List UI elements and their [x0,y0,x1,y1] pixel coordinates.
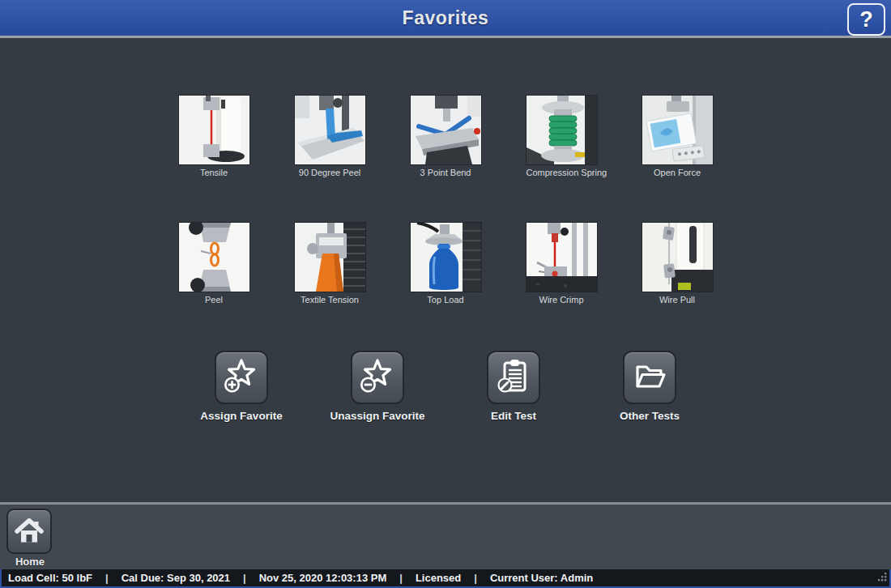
action-label: Unassign Favorite [317,410,438,422]
title-bar: Favorites ? [0,0,891,38]
action-label: Assign Favorite [181,410,302,422]
help-button[interactable]: ? [847,3,885,36]
favorite-label: Wire Pull [642,295,713,305]
90-degree-peel-thumbnail-icon [295,96,365,164]
action-assign-favorite: Assign Favorite [181,351,302,422]
favorite-90-degree-peel[interactable]: 90 Degree Peel [295,96,365,177]
star-plus-icon [224,358,259,397]
action-other-tests: Other Tests [589,351,710,422]
favorite-label: Textile Tension [295,295,365,305]
status-load-cell: Load Cell: 50 lbF [8,572,92,584]
favorites-row-2: Peel [0,223,891,305]
home-control: Home [6,509,53,568]
top-load-thumbnail-icon [411,223,481,292]
status-separator: | [474,572,477,584]
home-button[interactable] [6,509,52,554]
favorite-label: Open Force [642,168,713,177]
favorite-label: Wire Crimp [526,295,597,305]
action-label: Other Tests [589,410,710,422]
tensile-thumbnail-icon [179,96,249,164]
status-license: Licensed [416,572,461,584]
bottom-toolbar: Home [0,502,891,569]
favorite-label: Top Load [411,295,481,305]
app-window: Favorites ? [0,0,891,588]
favorite-label: Peel [179,295,249,305]
favorite-compression-spring[interactable]: Compression Spring [526,96,597,177]
star-minus-icon [360,358,395,397]
assign-favorite-button[interactable] [215,351,268,404]
favorite-open-force[interactable]: Open Force [642,96,713,177]
status-datetime: Nov 25, 2020 12:03:13 PM [259,572,387,584]
favorite-wire-pull[interactable]: Wire Pull [642,223,713,305]
favorite-3-point-bend[interactable]: 3 Point Bend [411,96,481,177]
action-label: Edit Test [453,410,574,422]
favorite-wire-crimp[interactable]: Wire Crimp [526,223,597,305]
question-mark-icon: ? [859,9,873,31]
clipboard-pencil-icon [496,358,531,397]
other-tests-button[interactable] [623,351,676,404]
peel-thumbnail-icon [179,223,249,292]
unassign-favorite-button[interactable] [351,351,404,404]
status-separator: | [243,572,246,584]
status-cal-due: Cal Due: Sep 30, 2021 [122,572,230,584]
favorites-row-1: Tensile 90 Degree Pe [0,96,891,177]
favorite-label: 3 Point Bend [411,168,481,177]
home-label: Home [6,556,53,568]
status-separator: | [399,572,403,584]
favorite-label: 90 Degree Peel [295,168,365,177]
status-current-user: Current User: Admin [490,572,593,584]
status-bar: Load Cell: 50 lbF | Cal Due: Sep 30, 202… [0,569,891,588]
favorite-label: Tensile [179,168,249,177]
favorites-panel: Tensile 90 Degree Pe [0,40,891,502]
status-separator: | [105,572,109,584]
favorite-label: Compression Spring [526,168,597,177]
resize-grip-icon[interactable] [876,571,887,584]
favorite-peel[interactable]: Peel [179,223,249,305]
favorite-textile-tension[interactable]: Textile Tension [295,223,365,305]
page-title: Favorites [403,7,489,29]
wire-pull-thumbnail-icon [642,223,713,292]
action-unassign-favorite: Unassign Favorite [317,351,438,422]
favorite-tensile[interactable]: Tensile [179,96,249,177]
open-force-thumbnail-icon [642,96,713,164]
textile-tension-thumbnail-icon [295,223,365,292]
action-edit-test: Edit Test [453,351,574,422]
compression-spring-thumbnail-icon [526,96,597,164]
home-icon [13,514,45,549]
actions-row: Assign Favorite Unassign Favorite [0,351,891,422]
3-point-bend-thumbnail-icon [411,96,481,164]
wire-crimp-thumbnail-icon [526,223,597,292]
open-folder-icon [632,358,667,397]
edit-test-button[interactable] [487,351,540,404]
favorite-top-load[interactable]: Top Load [411,223,481,305]
